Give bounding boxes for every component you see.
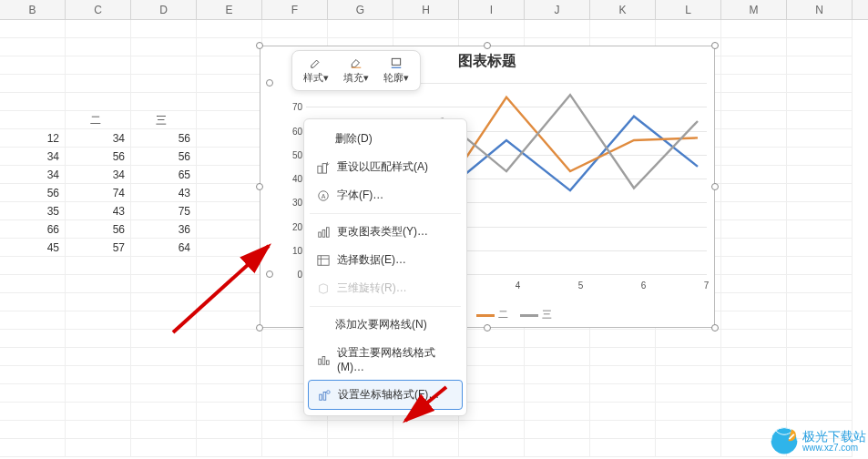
svg-rect-13 — [319, 359, 322, 364]
fill-dropdown[interactable]: 填充▾ — [336, 56, 376, 85]
context-menu: 删除(D) 重设以匹配样式(A) A 字体(F)… 更改图表类型(Y)… 选择数… — [303, 118, 467, 416]
cell[interactable]: 56 — [66, 220, 131, 239]
svg-rect-16 — [320, 394, 322, 400]
x-tick: 5 — [578, 280, 584, 291]
selection-handle[interactable] — [711, 183, 719, 190]
col-header[interactable]: N — [787, 0, 853, 19]
col-header[interactable]: J — [525, 0, 590, 19]
cell[interactable]: 36 — [131, 220, 197, 239]
watermark-name: 极光下载站 — [802, 430, 866, 443]
x-tick: 4 — [516, 280, 521, 291]
pen-icon — [308, 56, 324, 69]
cell[interactable]: 34 — [66, 129, 131, 148]
y-tick: 30 — [288, 198, 302, 208]
menu-select-data[interactable]: 选择数据(E)… — [308, 246, 463, 274]
column-headers: B C D E F G H I J K L M N — [0, 0, 868, 20]
cell[interactable]: 65 — [131, 166, 197, 184]
selection-handle[interactable] — [484, 42, 491, 49]
cell[interactable]: 43 — [66, 202, 131, 220]
x-tick: 7 — [704, 280, 710, 291]
chart-type-icon — [317, 226, 330, 239]
col-header[interactable]: C — [66, 0, 131, 19]
menu-axis-format[interactable]: 设置坐标轴格式(F)… — [308, 380, 463, 410]
selection-handle[interactable] — [256, 42, 263, 49]
legend-item: 二 — [498, 309, 508, 320]
selection-handle[interactable] — [256, 183, 263, 190]
menu-major-gridline-format[interactable]: 设置主要网格线格式(M)… — [308, 339, 463, 380]
col-header[interactable]: M — [721, 0, 787, 19]
cell[interactable]: 45 — [0, 239, 66, 257]
gridline-icon — [317, 353, 330, 366]
cell[interactable]: 34 — [0, 166, 66, 184]
cell[interactable]: 34 — [0, 148, 66, 166]
y-tick: 50 — [288, 149, 302, 159]
col-header[interactable]: F — [262, 0, 328, 19]
col-header[interactable]: G — [328, 0, 393, 19]
col-header[interactable]: B — [0, 0, 66, 19]
svg-rect-0 — [352, 67, 362, 68]
y-tick: 0 — [288, 270, 302, 280]
svg-rect-17 — [323, 392, 326, 400]
x-tick: 6 — [641, 280, 647, 291]
cell[interactable]: 57 — [66, 239, 131, 257]
cell[interactable]: 35 — [0, 202, 66, 220]
col-header[interactable]: L — [656, 0, 721, 19]
reset-icon — [317, 161, 330, 174]
svg-rect-2 — [392, 67, 402, 68]
svg-rect-7 — [319, 232, 322, 237]
menu-change-chart-type[interactable]: 更改图表类型(Y)… — [308, 218, 463, 246]
svg-rect-3 — [318, 166, 322, 173]
cell[interactable]: 56 — [0, 184, 66, 202]
svg-rect-8 — [322, 230, 325, 237]
cell[interactable]: 64 — [131, 239, 197, 257]
y-tick: 10 — [288, 245, 302, 255]
rotate-3d-icon — [317, 282, 330, 295]
cell[interactable]: 二 — [66, 111, 131, 129]
fill-icon — [348, 56, 364, 69]
style-dropdown[interactable]: 样式▾ — [296, 56, 336, 85]
selection-handle[interactable] — [711, 324, 719, 332]
cell[interactable]: 56 — [131, 148, 197, 166]
cell[interactable]: 74 — [66, 184, 131, 202]
outline-dropdown[interactable]: 轮廓▾ — [376, 56, 416, 85]
chevron-down-icon: ▾ — [323, 72, 329, 83]
col-header[interactable]: I — [459, 0, 525, 19]
col-header[interactable]: H — [393, 0, 459, 19]
selection-handle[interactable] — [266, 270, 273, 278]
chevron-down-icon: ▾ — [363, 72, 369, 83]
select-data-icon — [317, 254, 330, 267]
cell[interactable]: 66 — [0, 220, 66, 239]
axis-format-icon — [318, 389, 331, 402]
cell[interactable]: 43 — [131, 184, 197, 202]
legend-item: 三 — [542, 309, 552, 320]
cell[interactable]: 34 — [66, 166, 131, 184]
cell[interactable]: 75 — [131, 202, 197, 220]
menu-reset-style[interactable]: 重设以匹配样式(A) — [308, 153, 463, 181]
watermark: 极光下载站 www.xz7.com — [768, 424, 866, 457]
col-header[interactable]: K — [590, 0, 656, 19]
selection-handle[interactable] — [256, 324, 263, 332]
svg-rect-14 — [322, 356, 325, 364]
col-header[interactable]: E — [197, 0, 262, 19]
cell[interactable]: 三 — [131, 111, 197, 129]
font-icon: A — [317, 189, 330, 202]
selection-handle[interactable] — [484, 324, 491, 332]
cell[interactable]: 12 — [0, 129, 66, 148]
col-header[interactable]: D — [131, 0, 197, 19]
cell[interactable]: 56 — [131, 129, 197, 148]
selection-handle[interactable] — [711, 42, 719, 49]
menu-3d-rotation: 三维旋转(R)… — [308, 274, 463, 302]
menu-delete[interactable]: 删除(D) — [308, 125, 463, 153]
chevron-down-icon: ▾ — [403, 72, 409, 83]
globe-icon — [768, 424, 801, 457]
svg-rect-10 — [318, 255, 329, 265]
y-tick: 60 — [288, 126, 302, 136]
selection-handle[interactable] — [266, 79, 273, 87]
menu-font[interactable]: A 字体(F)… — [308, 181, 463, 209]
svg-point-18 — [327, 390, 331, 393]
menu-add-minor-gridlines[interactable]: 添加次要网格线(N) — [308, 311, 463, 339]
cell[interactable]: 56 — [66, 148, 131, 166]
svg-rect-15 — [327, 360, 330, 363]
y-tick: 20 — [288, 221, 302, 231]
svg-rect-4 — [322, 163, 326, 173]
